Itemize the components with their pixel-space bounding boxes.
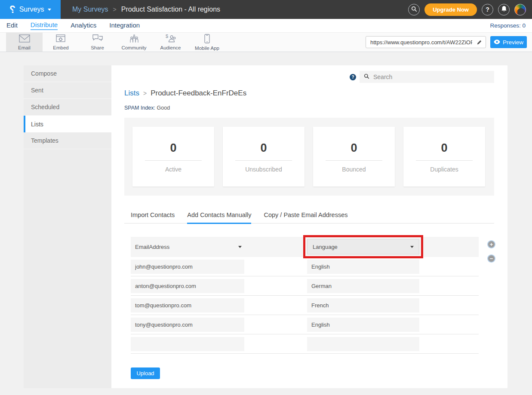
share-icon	[92, 34, 103, 45]
toolbar-item-label: Share	[91, 45, 104, 50]
language-input[interactable]	[307, 260, 419, 274]
add-row-button[interactable]: +	[487, 240, 495, 248]
stat-card-bounced: 0 Bounced	[313, 127, 395, 187]
toolbar-item-community[interactable]: Community	[116, 33, 152, 52]
bell-icon	[501, 6, 507, 13]
search-input[interactable]	[373, 73, 490, 80]
upgrade-now-button[interactable]: Upgrade Now	[424, 3, 477, 16]
language-column-select[interactable]: Language	[307, 239, 419, 254]
toolbar-item-audience[interactable]: $ Audience	[152, 33, 189, 52]
contacts-table-header: EmailAddress Language	[131, 237, 479, 257]
survey-url-input[interactable]	[366, 39, 473, 46]
sidebar-item-lists[interactable]: Lists	[24, 116, 111, 132]
email-input[interactable]	[131, 337, 244, 351]
language-input[interactable]	[307, 279, 419, 293]
edit-url-pencil-icon[interactable]	[473, 40, 486, 45]
preview-button[interactable]: Preview	[490, 36, 527, 48]
toolbar-item-email[interactable]: Email	[6, 33, 43, 52]
list-stats: 0 Active 0 Unsubscribed 0 Bounced 0 Dupl…	[124, 118, 494, 196]
tab-distribute[interactable]: Distribute	[31, 21, 58, 30]
email-icon	[19, 34, 30, 45]
stat-label: Bounced	[313, 166, 395, 173]
spam-index-value: Good	[157, 105, 170, 111]
toolbar-item-embed[interactable]: Embed	[43, 33, 79, 52]
brand-menu[interactable]: ? Surveys	[0, 0, 61, 19]
stat-value: 0	[403, 141, 485, 155]
tab-copy-paste-email-addresses[interactable]: Copy / Paste Email Addresses	[264, 211, 347, 224]
stat-value: 0	[313, 141, 395, 155]
spam-index: SPAM Index: Good	[124, 105, 494, 111]
tab-analytics[interactable]: Analytics	[71, 21, 96, 30]
email-sidebar: Compose Sent Scheduled Lists Templates	[24, 65, 111, 388]
email-input[interactable]	[131, 260, 244, 274]
contact-row	[131, 315, 479, 334]
email-column-label: EmailAddress	[135, 244, 169, 250]
tab-import-contacts[interactable]: Import Contacts	[131, 211, 175, 224]
sidebar-item-scheduled[interactable]: Scheduled	[24, 99, 111, 116]
product-switcher-label: Surveys	[19, 6, 44, 13]
language-input[interactable]	[307, 337, 419, 351]
email-input[interactable]	[131, 298, 244, 312]
upload-button[interactable]: Upload	[131, 367, 160, 379]
sidebar-item-compose[interactable]: Compose	[24, 65, 111, 82]
topbar-actions: Upgrade Now ?	[408, 3, 532, 16]
contact-row	[131, 334, 479, 354]
community-icon	[129, 34, 140, 45]
preview-label: Preview	[503, 39, 523, 46]
toolbar-item-share[interactable]: Share	[79, 33, 116, 52]
stat-label: Active	[132, 166, 214, 173]
lists-panel: ? Lists > Product-Feedback-EnFrDeEs SPAM…	[111, 65, 507, 388]
chevron-down-icon	[48, 9, 51, 11]
contacts-table: EmailAddress Language	[131, 237, 479, 354]
sidebar-item-templates[interactable]: Templates	[24, 132, 111, 149]
survey-url-box	[366, 36, 486, 48]
email-input[interactable]	[131, 279, 244, 293]
contact-row	[131, 296, 479, 315]
contacts-tabs: Import Contacts Add Contacts Manually Co…	[124, 211, 494, 224]
question-mark-icon: ?	[486, 6, 489, 13]
stat-label: Unsubscribed	[223, 166, 304, 173]
toolbar-item-label: Audience	[160, 45, 181, 50]
survey-breadcrumb: My Surveys > Product Satisfaction - All …	[72, 6, 220, 13]
tab-edit[interactable]: Edit	[6, 21, 18, 30]
chevron-down-icon	[410, 246, 414, 248]
breadcrumb-separator: >	[143, 90, 147, 97]
responses-count: Responses: 0	[490, 22, 526, 29]
breadcrumb-current-survey: Product Satisfaction - All regions	[121, 6, 220, 13]
toolbar-item-mobile-app[interactable]: Mobile App	[189, 33, 225, 52]
breadcrumb-current-list: Product-Feedback-EnFrDeEs	[151, 89, 246, 98]
language-highlight-box: Language	[303, 235, 423, 258]
tab-add-contacts-manually[interactable]: Add Contacts Manually	[187, 211, 251, 224]
audience-icon: $	[165, 34, 176, 45]
email-input[interactable]	[131, 318, 244, 332]
list-breadcrumb: Lists > Product-Feedback-EnFrDeEs	[124, 89, 494, 98]
svg-text:$: $	[166, 34, 168, 39]
sidebar-item-sent[interactable]: Sent	[24, 82, 111, 99]
toolbar-item-label: Mobile App	[195, 46, 219, 51]
help-icon[interactable]: ?	[350, 74, 356, 80]
divider	[145, 160, 202, 161]
email-column-select[interactable]: EmailAddress	[135, 237, 242, 257]
language-input[interactable]	[307, 318, 419, 332]
language-input[interactable]	[307, 298, 419, 312]
search-icon	[364, 73, 369, 81]
breadcrumb-my-surveys[interactable]: My Surveys	[72, 6, 108, 13]
global-search-button[interactable]	[408, 4, 420, 15]
breadcrumb-lists-link[interactable]: Lists	[124, 89, 139, 98]
tab-integration[interactable]: Integration	[109, 21, 140, 30]
help-button[interactable]: ?	[482, 4, 493, 15]
remove-row-button[interactable]: −	[487, 254, 495, 263]
search-icon	[411, 6, 417, 13]
list-searchbox	[360, 71, 494, 83]
mobile-app-icon	[204, 34, 210, 45]
contact-row	[131, 257, 479, 276]
avatar[interactable]	[514, 4, 526, 15]
eye-icon	[494, 39, 500, 46]
divider	[416, 160, 473, 161]
row-controls: + −	[487, 240, 495, 263]
questionpro-logo-icon: ?	[9, 5, 15, 15]
plus-icon: +	[490, 242, 493, 247]
embed-icon	[56, 34, 66, 45]
stat-value: 0	[132, 141, 214, 155]
notifications-button[interactable]	[498, 4, 510, 15]
